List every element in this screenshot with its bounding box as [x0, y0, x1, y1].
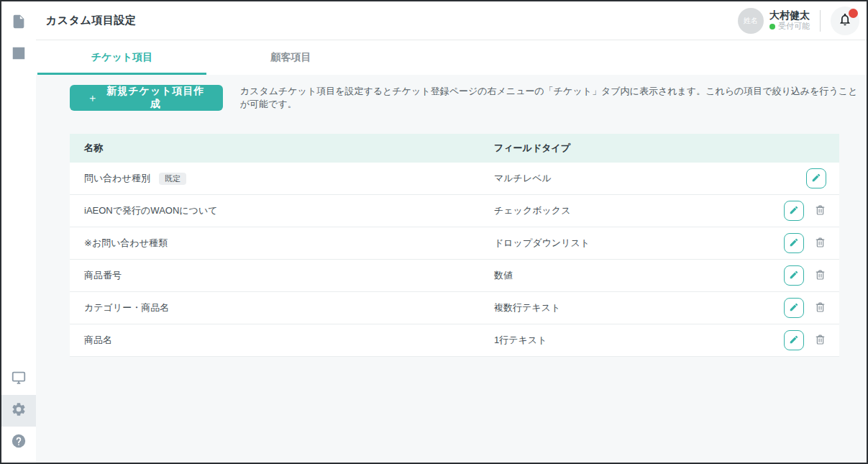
trash-icon	[814, 204, 826, 219]
sidebar-spacer	[1, 70, 36, 363]
custom-fields-table: 名称 フィールドタイプ 問い合わせ種別 既定 マルチレベル	[70, 134, 839, 357]
edit-field-button[interactable]	[784, 330, 804, 350]
avatar[interactable]: 姓名	[738, 8, 764, 34]
sidebar-item-settings[interactable]	[1, 395, 36, 427]
trash-icon	[814, 333, 826, 348]
help-icon	[11, 433, 27, 452]
field-name: カテゴリー・商品名	[84, 301, 169, 314]
field-name-cell: カテゴリー・商品名	[70, 301, 494, 314]
pencil-icon	[789, 302, 799, 314]
field-type-cell: 複数行テキスト	[494, 301, 731, 314]
field-name: iAEONで発行のWAONについて	[84, 204, 218, 217]
field-type-cell: チェックボックス	[494, 204, 731, 217]
sidebar	[1, 1, 36, 463]
field-name: 商品名	[84, 334, 112, 347]
trash-icon	[814, 301, 826, 316]
row-actions	[731, 233, 839, 253]
header-right: 姓名 大村健太 受付可能	[738, 6, 859, 35]
toolbar-description: カスタムチケット項目を設定するとチケット登録ページの右メニューの「チケット」タブ…	[240, 85, 867, 111]
field-name: ※お問い合わせ種類	[84, 237, 168, 250]
user-info[interactable]: 大村健太 受付可能	[769, 9, 810, 32]
status-label: 受付可能	[778, 22, 810, 32]
trash-icon	[814, 236, 826, 251]
table-row: ※お問い合わせ種類 ドロップダウンリスト	[70, 227, 839, 260]
bar-chart-icon	[11, 45, 27, 64]
header-divider	[820, 10, 821, 32]
row-actions	[731, 330, 839, 350]
edit-field-button[interactable]	[784, 233, 804, 253]
field-type-cell: ドロップダウンリスト	[494, 237, 731, 250]
table-row: iAEONで発行のWAONについて チェックボックス	[70, 195, 839, 227]
app-window: カスタム項目設定 姓名 大村健太 受付可能	[0, 0, 868, 464]
edit-field-button[interactable]	[784, 201, 804, 221]
row-actions	[731, 298, 839, 318]
sidebar-item-help[interactable]	[1, 427, 36, 458]
table-row: カテゴリー・商品名 複数行テキスト	[70, 292, 839, 324]
edit-field-button[interactable]	[784, 298, 804, 318]
pencil-icon	[789, 237, 799, 250]
table-row: 問い合わせ種別 既定 マルチレベル	[70, 163, 839, 195]
content-area: ＋ 新規チケット項目作成 カスタムチケット項目を設定するとチケット登録ページの右…	[36, 75, 867, 463]
field-name-cell: 商品番号	[70, 269, 494, 282]
delete-field-button[interactable]	[814, 301, 826, 316]
table-header-row: 名称 フィールドタイプ	[70, 134, 839, 163]
column-header-type: フィールドタイプ	[494, 142, 731, 155]
row-actions	[731, 168, 839, 188]
pencil-icon	[789, 335, 799, 347]
user-name: 大村健太	[769, 9, 810, 22]
tab-customer-fields[interactable]: 顧客項目	[206, 40, 375, 75]
toolbar-row: ＋ 新規チケット項目作成 カスタムチケット項目を設定するとチケット登録ページの右…	[70, 85, 867, 111]
field-name: 問い合わせ種別	[84, 172, 150, 185]
page-title: カスタム項目設定	[46, 14, 136, 27]
create-ticket-field-button[interactable]: ＋ 新規チケット項目作成	[70, 85, 223, 111]
table-body: 問い合わせ種別 既定 マルチレベル iAEONで発行のWAONについて チェック…	[70, 163, 839, 357]
notification-badge	[849, 9, 858, 18]
delete-field-button[interactable]	[814, 268, 826, 283]
field-type-cell: マルチレベル	[494, 172, 731, 185]
trash-icon	[814, 268, 826, 283]
tab-ticket-fields[interactable]: チケット項目	[37, 40, 206, 75]
plus-icon: ＋	[87, 91, 99, 105]
field-name-cell: ※お問い合わせ種類	[70, 237, 494, 250]
sidebar-item-documents[interactable]	[1, 7, 36, 39]
row-actions	[731, 265, 839, 286]
field-name-cell: iAEONで発行のWAONについて	[70, 204, 494, 217]
field-name-cell: 問い合わせ種別 既定	[70, 172, 494, 185]
field-type-cell: 数値	[494, 269, 731, 282]
delete-field-button[interactable]	[814, 333, 826, 348]
create-button-label: 新規チケット項目作成	[106, 85, 206, 111]
pencil-icon	[789, 205, 799, 217]
table-row: 商品名 1行テキスト	[70, 324, 839, 357]
edit-field-button[interactable]	[806, 168, 826, 188]
pencil-icon	[811, 173, 821, 185]
status-dot-icon	[769, 24, 775, 29]
delete-field-button[interactable]	[814, 236, 826, 251]
top-header: カスタム項目設定 姓名 大村健太 受付可能	[36, 1, 867, 40]
default-badge: 既定	[159, 173, 186, 185]
main-column: カスタム項目設定 姓名 大村健太 受付可能	[36, 1, 867, 463]
column-header-name: 名称	[70, 142, 494, 155]
edit-field-button[interactable]	[784, 265, 804, 286]
row-actions	[731, 201, 839, 221]
monitor-icon	[11, 370, 27, 388]
field-name: 商品番号	[84, 269, 122, 282]
gear-icon	[11, 401, 27, 420]
delete-field-button[interactable]	[814, 204, 826, 219]
document-icon	[11, 14, 27, 32]
field-name-cell: 商品名	[70, 334, 494, 347]
pencil-icon	[789, 270, 799, 282]
tab-bar: チケット項目 顧客項目	[36, 40, 867, 75]
sidebar-item-reports[interactable]	[1, 39, 36, 70]
field-type-cell: 1行テキスト	[494, 334, 731, 347]
user-status: 受付可能	[769, 22, 810, 32]
notification-button[interactable]	[831, 6, 859, 35]
table-row: 商品番号 数値	[70, 260, 839, 292]
sidebar-item-monitor[interactable]	[1, 363, 36, 395]
